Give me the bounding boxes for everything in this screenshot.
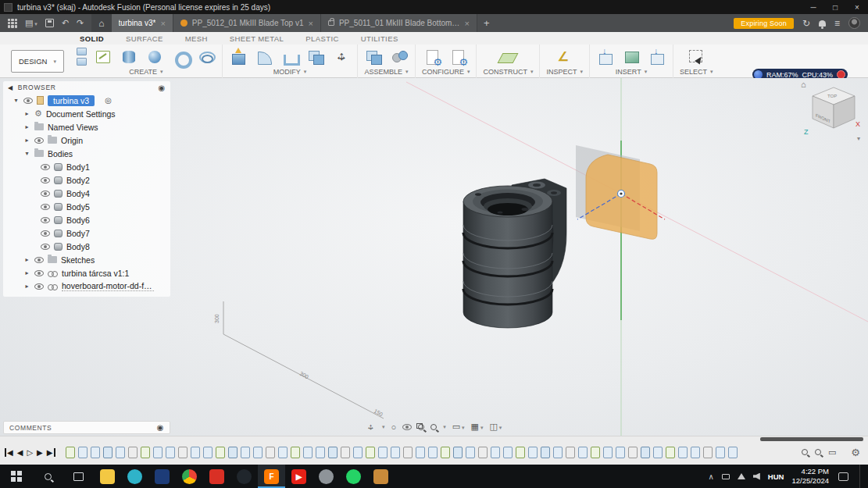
- timeline-feature-extrude[interactable]: [303, 447, 313, 458]
- visibility-eye-icon[interactable]: [41, 230, 50, 237]
- timeline-feature-sketch[interactable]: [141, 447, 150, 458]
- timeline-feature-extrude[interactable]: [278, 447, 288, 458]
- timeline-feature-extrude[interactable]: [491, 447, 500, 458]
- timeline-feature-fillet[interactable]: [178, 447, 188, 458]
- timeline-feature-extrude[interactable]: [153, 447, 163, 458]
- comments-bar[interactable]: COMMENTS ◉: [3, 421, 170, 434]
- timeline-feature-sketch[interactable]: [666, 447, 675, 458]
- timeline-feature-revolve[interactable]: [103, 447, 113, 458]
- expand-arrow-icon[interactable]: ▸: [23, 123, 30, 130]
- visibility-eye-icon[interactable]: [34, 137, 44, 144]
- tree-row-body[interactable]: Body1: [3, 160, 170, 173]
- look-at-icon[interactable]: [402, 424, 412, 430]
- skip-to-end-icon[interactable]: ▶: [47, 448, 55, 457]
- timeline-feature-sketch[interactable]: [591, 447, 600, 458]
- view-cube[interactable]: ⌂ TOP FRONT RIGHT Z X ▾: [802, 81, 862, 141]
- close-tab-icon[interactable]: ×: [465, 19, 470, 28]
- tab-solid[interactable]: SOLID: [69, 34, 115, 43]
- chevron-down-icon[interactable]: ▾: [382, 424, 385, 430]
- timeline-feature-fillet[interactable]: [478, 447, 488, 458]
- volume-icon[interactable]: [753, 473, 760, 480]
- expand-arrow-icon[interactable]: ▸: [23, 269, 30, 276]
- file-menu-icon[interactable]: ▤ ▾: [25, 18, 38, 28]
- timeline-feature-extrude[interactable]: [166, 447, 175, 458]
- visibility-eye-icon[interactable]: [23, 98, 33, 104]
- tree-row-document-settings[interactable]: ▸ ⚙ Document Settings: [3, 107, 170, 120]
- app-grid-icon[interactable]: [8, 19, 17, 28]
- timeline-feature-extrude[interactable]: [353, 447, 363, 458]
- bullseye-icon[interactable]: ◉: [159, 84, 166, 92]
- tree-row-body[interactable]: Body4: [3, 187, 170, 200]
- pipe-icon[interactable]: [171, 48, 190, 66]
- play-icon[interactable]: ▷: [27, 448, 33, 457]
- timeline-feature-extrude[interactable]: [116, 447, 125, 458]
- timeline-feature-extrude[interactable]: [528, 447, 538, 458]
- document-tab-3[interactable]: PP_5011_01 MkIII Blade Bottom*(1) ×: [321, 14, 477, 32]
- tray-expand-icon[interactable]: ∧: [709, 472, 714, 481]
- timeline-scrollbar[interactable]: [760, 437, 863, 441]
- timeline-settings-gear-icon[interactable]: ⚙: [851, 447, 860, 458]
- help-menu-icon[interactable]: ≡: [834, 18, 840, 29]
- home-tab[interactable]: ⌂: [91, 14, 111, 32]
- canvas-icon[interactable]: [622, 48, 641, 66]
- battery-icon[interactable]: [722, 474, 730, 479]
- timeline-feature-revolve[interactable]: [228, 447, 238, 458]
- timeline-feature-extrude[interactable]: [578, 447, 588, 458]
- timeline-feature-extrude[interactable]: [91, 447, 100, 458]
- timeline-feature-fillet[interactable]: [266, 447, 275, 458]
- timeline-feature-extrude[interactable]: [553, 447, 563, 458]
- timeline-feature-fillet[interactable]: [703, 447, 713, 458]
- fillet-icon[interactable]: [255, 48, 273, 66]
- new-component-mini-icon[interactable]: [77, 58, 87, 66]
- collapse-panel-icon[interactable]: ◀: [8, 84, 13, 91]
- 3d-viewport[interactable]: 300 300 150: [0, 78, 868, 436]
- grid-settings-icon[interactable]: ▦ ▾: [471, 422, 484, 432]
- tree-row-bodies[interactable]: ▾ Bodies: [3, 147, 170, 160]
- new-tab-button[interactable]: +: [477, 14, 496, 32]
- taskbar-app-app-black[interactable]: [230, 465, 258, 488]
- expand-arrow-icon[interactable]: ▸: [23, 137, 30, 144]
- zoom-icon[interactable]: [430, 424, 437, 430]
- tree-row-body[interactable]: Body8: [3, 240, 170, 253]
- timeline-feature-sketch[interactable]: [66, 447, 75, 458]
- timeline-feature-fillet[interactable]: [566, 447, 575, 458]
- visibility-eye-icon[interactable]: [34, 270, 44, 276]
- timeline-feature-extrude[interactable]: [616, 447, 625, 458]
- timeline-feature-extrude[interactable]: [503, 447, 513, 458]
- timeline-feature-extrude[interactable]: [428, 447, 438, 458]
- visibility-eye-icon[interactable]: [41, 164, 50, 170]
- timeline-zoom-out-icon[interactable]: [802, 449, 808, 455]
- tree-row-body[interactable]: Body5: [3, 200, 170, 213]
- timeline-feature-extrude[interactable]: [391, 447, 400, 458]
- tab-utilities[interactable]: UTILITIES: [350, 34, 409, 43]
- tree-row-body[interactable]: Body7: [3, 226, 170, 240]
- visibility-eye-icon[interactable]: [41, 244, 50, 250]
- taskbar-app-file-explorer[interactable]: [94, 465, 121, 488]
- taskbar-app-whatsapp[interactable]: [340, 465, 367, 488]
- visibility-eye-icon[interactable]: [34, 257, 44, 263]
- move-icon[interactable]: [332, 48, 351, 66]
- tab-surface[interactable]: SURFACE: [115, 34, 174, 43]
- timeline-feature-extrude[interactable]: [716, 447, 725, 458]
- timeline-feature-revolve[interactable]: [641, 447, 650, 458]
- configuration-table-icon[interactable]: [449, 48, 468, 66]
- timeline-feature-revolve[interactable]: [328, 447, 338, 458]
- timeline-feature-extrude[interactable]: [466, 447, 475, 458]
- taskbar-app-chrome[interactable]: [176, 465, 203, 488]
- timeline-feature-extrude[interactable]: [378, 447, 388, 458]
- expand-arrow-icon[interactable]: ▸: [23, 256, 30, 263]
- tree-row-body[interactable]: Body2: [3, 173, 170, 187]
- visibility-eye-icon[interactable]: [41, 204, 50, 210]
- shell-icon[interactable]: [280, 48, 299, 66]
- timeline-feature-extrude[interactable]: [191, 447, 200, 458]
- orbit-icon[interactable]: ○: [391, 422, 397, 432]
- task-view-button[interactable]: [63, 465, 94, 488]
- language-indicator[interactable]: HUN: [768, 472, 784, 481]
- timeline-feature-fillet[interactable]: [128, 447, 138, 458]
- timeline-feature-extrude[interactable]: [416, 447, 425, 458]
- timeline-feature-extrude[interactable]: [241, 447, 250, 458]
- workspace-selector[interactable]: DESIGN▾: [11, 50, 64, 73]
- timeline-feature-extrude[interactable]: [691, 447, 700, 458]
- timeline-feature-extrude[interactable]: [203, 447, 213, 458]
- visibility-eye-icon[interactable]: [34, 283, 44, 290]
